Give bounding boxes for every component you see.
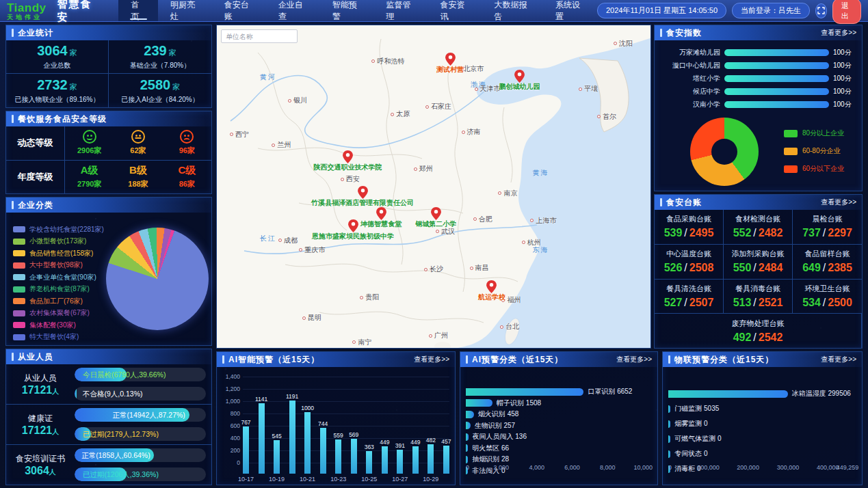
stat-label: 基础企业（7.80%） <box>130 61 190 70</box>
legend-item[interactable]: 企事业单位食堂(90家) <box>13 271 104 284</box>
personnel-total: 17121人 <box>6 424 75 437</box>
category-bar[interactable] <box>466 399 492 407</box>
safety-index-row: 候店中学100分 <box>657 85 855 98</box>
category-bar[interactable] <box>466 433 469 441</box>
stat-unit: 家 <box>68 83 77 91</box>
category-bar[interactable] <box>466 411 474 418</box>
china-map[interactable]: 沈阳呼和浩特北京市天津市银川石家庄太原济南西宁兰州郑州西安南京上海市合肥杭州成都… <box>216 25 651 349</box>
nav-item-食安台账[interactable]: 食安台账 <box>212 0 266 21</box>
x-axis-tick: 4,000 <box>529 464 544 471</box>
ledger-slash: / <box>682 227 689 239</box>
index-score: 100分 <box>833 100 855 109</box>
category-bar[interactable] <box>668 405 670 413</box>
index-bar-track <box>724 62 829 69</box>
map-city-广州: 广州 <box>429 331 448 340</box>
map-marker-鹏创城幼儿园[interactable]: 鹏创城幼儿园 <box>499 70 540 92</box>
bar-10-21[interactable]: 100010-21 <box>304 412 311 474</box>
nav-item-大数据报告[interactable]: 大数据报告 <box>482 0 543 21</box>
fullscreen-button[interactable] <box>815 3 827 18</box>
legend-item[interactable]: 食品销售经营(158家) <box>13 247 104 260</box>
map-marker-航运学校[interactable]: 航运学校 <box>478 280 505 302</box>
view-more-link[interactable]: 查看更多>> <box>821 28 856 38</box>
nav-item-系统设置[interactable]: 系统设置 <box>543 0 597 21</box>
bar-10-24[interactable]: 569 <box>351 439 357 474</box>
safety-index-row: 漩口中心幼儿园100分 <box>657 59 855 72</box>
legend-swatch <box>784 148 798 155</box>
legend-item[interactable]: 食品加工厂(76家) <box>13 295 104 308</box>
map-marker-测试村营[interactable]: 测试村营 <box>436 53 464 74</box>
category-bar[interactable] <box>466 456 468 463</box>
bar-10-25[interactable]: 36310-25 <box>366 451 372 474</box>
panel-title: 食安台账 <box>666 197 702 208</box>
view-more-link[interactable]: 查看更多>> <box>414 355 449 364</box>
map-pin-icon <box>358 186 368 199</box>
city-label: 郑州 <box>419 164 433 174</box>
iot-category-bar-chart[interactable]: 冰箱温湿度 299506门磁监测 5035烟雾监测 0可燃气体监测 0专间状态 … <box>663 367 862 485</box>
city-label: 杭州 <box>527 238 541 247</box>
city-label: 兰州 <box>277 140 291 150</box>
nav-item-企业自查[interactable]: 企业自查 <box>266 0 320 21</box>
category-bar[interactable] <box>466 422 471 429</box>
map-search-input[interactable] <box>221 29 298 43</box>
bar-10-30[interactable]: 457 <box>443 446 449 474</box>
view-more-link[interactable]: 查看更多>> <box>821 355 856 364</box>
city-label: 南京 <box>503 189 517 198</box>
ledger-total: 2508 <box>689 262 714 273</box>
legend-item[interactable]: 集体配餐(30家) <box>13 319 104 331</box>
x-axis: 02,0004,0006,0008,00010,000 <box>466 464 650 472</box>
bar-10-18[interactable]: 1141 <box>259 403 265 474</box>
map-city-台北: 台北 <box>500 322 519 331</box>
bar-10-29[interactable]: 48210-29 <box>428 444 434 474</box>
bar-10-20[interactable]: 1191 <box>289 401 295 474</box>
legend-item[interactable]: 农村集体聚餐(67家) <box>13 308 104 320</box>
score-donut-chart[interactable] <box>690 118 759 186</box>
category-bar[interactable] <box>466 388 583 396</box>
map-marker-陕西交通职业技术学院[interactable]: 陕西交通职业技术学院 <box>313 150 382 172</box>
panel-food-safety-grade: 餐饮服务食品安全等级 动态等级2906家62家96家年度等级A级2790家B级1… <box>5 111 212 194</box>
category-bar[interactable] <box>668 420 670 428</box>
view-more-link[interactable]: 查看更多>> <box>821 198 856 207</box>
city-label: 西安 <box>346 174 360 184</box>
nav-item-食安资讯[interactable]: 食安资讯 <box>428 0 482 21</box>
category-bar[interactable] <box>466 444 468 452</box>
bar-10-28[interactable]: 449 <box>412 446 419 474</box>
legend-item[interactable]: 养老机构食堂(87家) <box>13 284 104 296</box>
bar-10-19[interactable]: 54510-19 <box>274 440 280 474</box>
ai-warning-bar-chart[interactable]: 02004006008001,0001,2001,40076710-171141… <box>217 367 455 485</box>
bar-10-23[interactable]: 55910-23 <box>335 439 341 474</box>
bar-10-27[interactable]: 39110-27 <box>397 450 403 474</box>
nav-item-监督管理[interactable]: 监督管理 <box>374 0 428 21</box>
category-bar[interactable] <box>668 435 670 443</box>
map-marker-竹溪县福泽酒店管理有限责任公司[interactable]: 竹溪县福泽酒店管理有限责任公司 <box>311 186 414 208</box>
nav-item-首页[interactable]: 首页 <box>118 0 157 21</box>
view-more-link[interactable]: 查看更多>> <box>616 355 652 364</box>
ai-category-bar-chart[interactable]: 口罩识别 6652帽子识别 1508烟火识别 458生物识别 257夜间人员闯入… <box>460 367 657 485</box>
bar-10-26[interactable]: 449 <box>382 446 388 474</box>
legend-swatch <box>13 226 25 232</box>
category-bar[interactable] <box>668 390 788 398</box>
city-dot <box>462 131 465 134</box>
nav-item-智能预警[interactable]: 智能预警 <box>320 0 374 21</box>
category-label: 专间状态 0 <box>674 449 707 459</box>
index-bar-fill <box>724 62 829 69</box>
city-dot <box>425 105 429 109</box>
nav-item-明厨亮灶[interactable]: 明厨亮灶 <box>158 0 212 21</box>
ledger-name: 食品采购台账 <box>666 214 711 224</box>
bar-value-label: 744 <box>318 420 328 427</box>
personnel-group: 食安培训证书3064人正常(1858人,60.64%)已过期(1206人,39.… <box>6 445 211 485</box>
legend-item[interactable]: 特大型餐饮(4家) <box>13 331 104 344</box>
ledger-done: 492 <box>733 331 752 343</box>
map-marker-钢城第二小学[interactable]: 钢城第二小学 <box>415 207 456 229</box>
map-marker-label: 恩施市盛家坝民族初级中学 <box>312 232 394 241</box>
bar-10-17[interactable]: 76710-17 <box>243 426 249 474</box>
bar-10-22[interactable]: 744 <box>320 428 326 474</box>
category-bar[interactable] <box>668 450 670 458</box>
map-marker-恩施市盛家坝民族初级中学[interactable]: 恩施市盛家坝民族初级中学 <box>312 219 394 241</box>
ledger-cell-餐具清洗台账: 餐具清洗台账527/2507 <box>655 280 724 314</box>
legend-item[interactable]: 大中型餐饮(98家) <box>13 260 104 272</box>
enterprise-category-pie-chart[interactable] <box>106 228 209 330</box>
legend-item[interactable]: 小微型餐饮(173家) <box>13 236 104 248</box>
legend-item[interactable]: 学校含幼托食堂(2281家) <box>13 223 104 236</box>
personnel-bars: 正常(1858人,60.64%)已过期(1206人,39.36%) <box>75 448 206 481</box>
logout-button[interactable]: 退出 <box>832 0 861 24</box>
